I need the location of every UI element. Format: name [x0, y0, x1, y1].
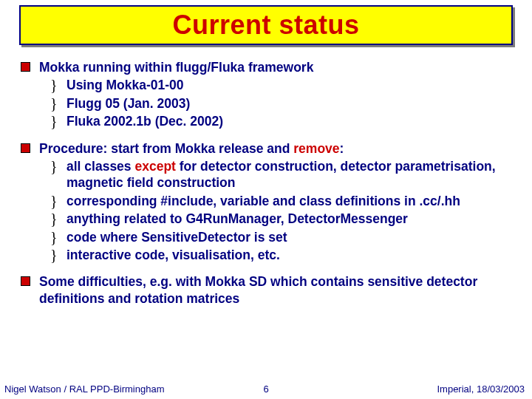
- bullet-3: Some difficulties, e.g. with Mokka SD wh…: [21, 273, 519, 307]
- sub-bullet-text: interactive code, visualisation, etc.: [66, 247, 519, 263]
- sub-bullet-text: Fluka 2002.1b (Dec. 2002): [66, 113, 519, 129]
- bullet-1-sublist: } Using Mokka-01-00 } Flugg 05 (Jan. 200…: [21, 77, 519, 129]
- footer-page-number: 6: [263, 383, 268, 395]
- square-bullet-icon: [21, 276, 30, 286]
- sub-bullet: } Flugg 05 (Jan. 2003): [50, 95, 519, 112]
- sub-bullet: } corresponding #include, variable and c…: [50, 193, 519, 209]
- slide-body: Mokka running within flugg/Fluka framewo…: [21, 59, 519, 317]
- sub-bullet: } all classes except for detector constr…: [50, 158, 519, 191]
- sub-bullet-text: Using Mokka-01-00: [66, 77, 519, 93]
- bullet-2-sublist: } all classes except for detector constr…: [21, 158, 519, 263]
- sub-bullet: } Using Mokka-01-00: [50, 77, 519, 93]
- footer-right: Imperial, 18/03/2003: [437, 383, 525, 395]
- brace-icon: }: [50, 159, 66, 174]
- brace-icon: }: [50, 211, 66, 226]
- slide-title: Current status: [172, 10, 359, 41]
- bullet-2: Procedure: start from Mokka release and …: [21, 140, 519, 264]
- sub-bullet-text: code where SensitiveDetector is set: [66, 229, 519, 245]
- brace-icon: }: [50, 194, 66, 208]
- square-bullet-icon: [21, 143, 30, 153]
- bullet-2-text: Procedure: start from Mokka release and …: [39, 140, 519, 157]
- sub-bullet-text: corresponding #include, variable and cla…: [66, 193, 519, 209]
- brace-icon: }: [50, 114, 66, 129]
- sub-bullet-text: anything related to G4RunManager, Detect…: [66, 211, 519, 227]
- sub-bullet: } code where SensitiveDetector is set: [50, 229, 519, 245]
- brace-icon: }: [50, 230, 66, 245]
- sub-bullet: } Fluka 2002.1b (Dec. 2002): [50, 113, 519, 129]
- sub-bullet-text: all classes except for detector construc…: [66, 158, 519, 191]
- bullet-3-text: Some difficulties, e.g. with Mokka SD wh…: [39, 273, 519, 307]
- sub-bullet-text: Flugg 05 (Jan. 2003): [66, 95, 519, 112]
- title-box: Current status: [19, 5, 513, 45]
- slide-footer: Nigel Watson / RAL PPD-Birmingham 6 Impe…: [0, 383, 532, 395]
- slide-title-bar: Current status: [19, 5, 513, 45]
- bullet-1-text: Mokka running within flugg/Fluka framewo…: [39, 59, 519, 75]
- brace-icon: }: [50, 96, 66, 111]
- bullet-1: Mokka running within flugg/Fluka framewo…: [21, 59, 519, 130]
- square-bullet-icon: [21, 62, 30, 72]
- sub-bullet: } interactive code, visualisation, etc.: [50, 247, 519, 263]
- brace-icon: }: [50, 248, 66, 262]
- sub-bullet: } anything related to G4RunManager, Dete…: [50, 211, 519, 227]
- brace-icon: }: [50, 78, 66, 92]
- footer-left: Nigel Watson / RAL PPD-Birmingham: [4, 383, 165, 395]
